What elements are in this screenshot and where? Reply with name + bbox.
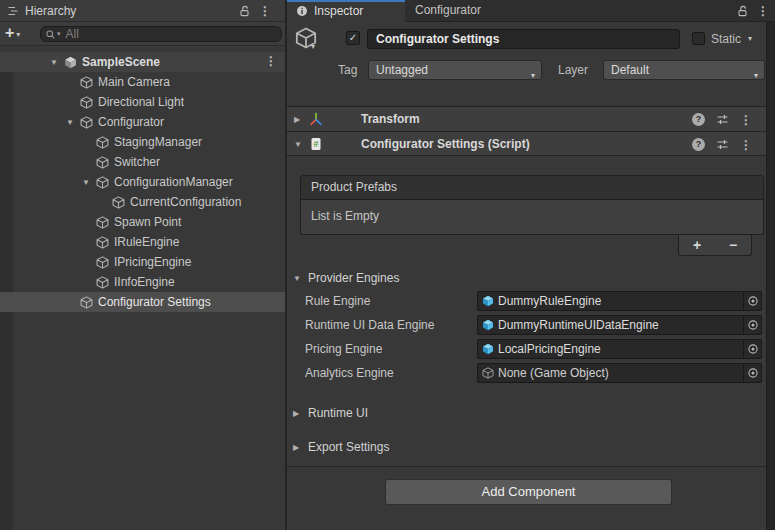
- foldout-arrow: ▼: [293, 274, 301, 283]
- foldout-arrow: ▶: [293, 409, 299, 418]
- runtime-ui-data-engine-label: Runtime UI Data Engine: [305, 315, 434, 335]
- gameobject-icon: [96, 156, 109, 169]
- runtime-ui-data-engine-object-field[interactable]: DummyRuntimeUIDataEngine: [477, 315, 762, 335]
- gameobject-icon: [96, 176, 109, 189]
- list-remove-button[interactable]: −: [729, 238, 737, 252]
- gameobject-name-input[interactable]: Configurator Settings: [367, 29, 680, 49]
- product-prefabs-list-footer: + −: [678, 235, 752, 256]
- inspector-panel: Inspector Configurator ⋮ ▾ ✓ Configurato…: [287, 0, 775, 530]
- panel-menu-icon[interactable]: ⋮: [259, 5, 271, 17]
- gameobject-icon: [96, 236, 109, 249]
- hierarchy-item-switcher[interactable]: Switcher: [0, 152, 285, 172]
- gameobject-ref-icon: [482, 295, 494, 307]
- hierarchy-icon: [7, 5, 19, 17]
- inspector-tab-bar: Inspector Configurator ⋮: [287, 0, 775, 22]
- search-icon: [45, 29, 56, 40]
- foldout-arrow[interactable]: ▶: [294, 115, 300, 124]
- gameobject-icon: [96, 136, 109, 149]
- tag-dropdown[interactable]: Untagged ▾: [368, 60, 542, 80]
- gameobject-icon: [96, 256, 109, 269]
- foldout-arrow[interactable]: ▼: [294, 140, 302, 149]
- list-add-button[interactable]: +: [693, 238, 701, 252]
- lock-icon[interactable]: [238, 5, 250, 17]
- gameobject-ref-icon: [482, 319, 494, 331]
- object-picker-button[interactable]: [743, 316, 761, 334]
- hierarchy-item-configurator[interactable]: ▼ Configurator: [0, 112, 285, 132]
- layer-dropdown[interactable]: Default ▾: [603, 60, 765, 80]
- product-prefabs-empty-row: List is Empty: [300, 200, 764, 235]
- hierarchy-item-iruleengine[interactable]: IRuleEngine: [0, 232, 285, 252]
- static-dropdown-icon[interactable]: ▾: [748, 34, 752, 43]
- gameobject-icon: [80, 76, 93, 89]
- chevron-down-icon: ▾: [531, 67, 535, 85]
- hierarchy-search-input[interactable]: ▾ All: [40, 26, 282, 42]
- hierarchy-item-spawn-point[interactable]: Spawn Point: [0, 212, 285, 232]
- presets-icon[interactable]: [716, 138, 729, 151]
- unity-editor-window: Hierarchy ⋮ + ▾ ▾ All ▼ SampleScene: [0, 0, 775, 530]
- help-icon[interactable]: ?: [692, 138, 705, 151]
- gameobject-none-icon: [482, 367, 494, 379]
- foldout-arrow[interactable]: ▼: [66, 118, 80, 127]
- hierarchy-panel: Hierarchy ⋮ + ▾ ▾ All ▼ SampleScene: [0, 0, 285, 530]
- object-picker-button[interactable]: [743, 364, 761, 382]
- tag-label: Tag: [338, 60, 357, 80]
- active-checkbox[interactable]: ✓: [346, 31, 360, 45]
- object-picker-button[interactable]: [743, 292, 761, 310]
- tab-configurator[interactable]: Configurator: [415, 0, 481, 22]
- chevron-down-icon[interactable]: ▾: [311, 42, 315, 51]
- product-prefabs-list-header[interactable]: Product Prefabs: [300, 175, 764, 200]
- hierarchy-item-main-camera[interactable]: Main Camera: [0, 72, 285, 92]
- hierarchy-tree: ▼ SampleScene ⋮ Main Camera Directional …: [0, 52, 285, 530]
- chevron-down-icon: ▾: [16, 28, 20, 42]
- scene-menu-icon[interactable]: ⋮: [265, 55, 277, 67]
- gameobject-icon: [96, 216, 109, 229]
- hierarchy-item-configurator-settings[interactable]: Configurator Settings: [0, 292, 285, 312]
- hierarchy-toolbar: + ▾ ▾ All: [0, 22, 285, 46]
- analytics-engine-label: Analytics Engine: [305, 363, 394, 383]
- rule-engine-label: Rule Engine: [305, 291, 370, 311]
- add-component-button[interactable]: Add Component: [385, 479, 672, 505]
- gameobject-icon: [96, 276, 109, 289]
- hierarchy-item-stagingmanager[interactable]: StagingManager: [0, 132, 285, 152]
- info-icon: [296, 5, 308, 17]
- presets-icon[interactable]: [716, 113, 729, 126]
- component-menu-icon[interactable]: ⋮: [740, 114, 752, 126]
- tab-inspector[interactable]: Inspector: [287, 0, 405, 22]
- rule-engine-object-field[interactable]: DummyRuleEngine: [477, 291, 762, 311]
- search-placeholder: All: [66, 27, 79, 41]
- add-gameobject-button[interactable]: + ▾: [5, 24, 20, 42]
- component-header-configurator-settings-script[interactable]: ▼ Configurator Settings (Script) ? ⋮: [287, 131, 766, 156]
- plus-icon: +: [5, 24, 14, 42]
- lock-icon[interactable]: [736, 5, 748, 17]
- transform-icon: [309, 112, 323, 126]
- panel-menu-icon[interactable]: ⋮: [757, 5, 769, 17]
- gameobject-icon: [80, 96, 93, 109]
- hierarchy-item-directional-light[interactable]: Directional Light: [0, 92, 285, 112]
- script-icon: [309, 137, 323, 151]
- hierarchy-item-configurationmanager[interactable]: ▼ ConfigurationManager: [0, 172, 285, 192]
- hierarchy-item-currentconfiguration[interactable]: CurrentConfiguration: [0, 192, 285, 212]
- inspector-scrollbar[interactable]: [766, 22, 775, 530]
- layer-label: Layer: [558, 60, 588, 80]
- gameobject-icon: [80, 116, 93, 129]
- hierarchy-item-ipricingengine[interactable]: IPricingEngine: [0, 252, 285, 272]
- search-filter-chevron-icon[interactable]: ▾: [57, 30, 61, 38]
- chevron-down-icon: ▾: [754, 67, 758, 85]
- object-picker-button[interactable]: [743, 340, 761, 358]
- foldout-arrow: ▶: [293, 443, 299, 452]
- gameobject-icon: [112, 196, 125, 209]
- static-label: Static: [711, 31, 741, 47]
- analytics-engine-object-field[interactable]: None (Game Object): [477, 363, 762, 383]
- tab-hierarchy[interactable]: Hierarchy: [25, 4, 76, 18]
- component-menu-icon[interactable]: ⋮: [740, 139, 752, 151]
- hierarchy-tab-bar: Hierarchy ⋮: [0, 0, 285, 22]
- foldout-arrow[interactable]: ▼: [82, 178, 96, 187]
- help-icon[interactable]: ?: [692, 113, 705, 126]
- static-checkbox[interactable]: [692, 32, 705, 45]
- component-header-transform[interactable]: ▶ Transform ? ⋮: [287, 106, 766, 131]
- pricing-engine-object-field[interactable]: LocalPricingEngine: [477, 339, 762, 359]
- scene-icon: [64, 56, 77, 69]
- foldout-arrow[interactable]: ▼: [50, 58, 64, 67]
- hierarchy-item-iinfoengine[interactable]: IInfoEngine: [0, 272, 285, 292]
- hierarchy-item-samplescene[interactable]: ▼ SampleScene ⋮: [0, 52, 285, 72]
